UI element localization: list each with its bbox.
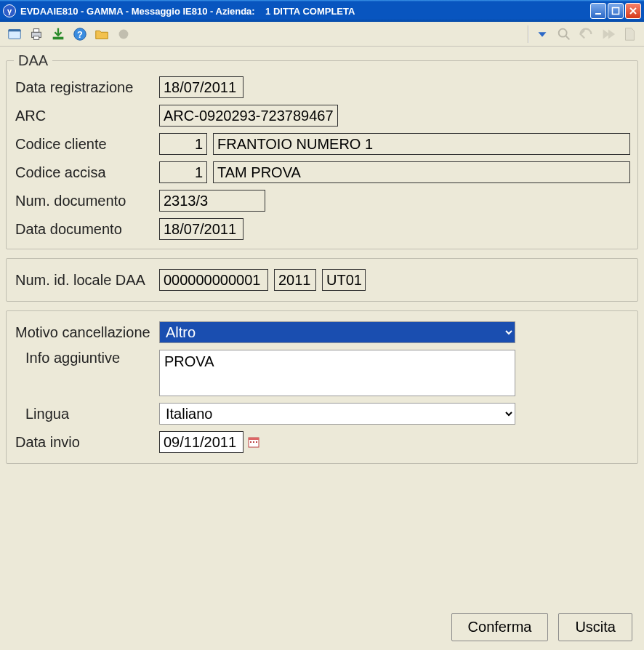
undo-button — [576, 24, 596, 44]
record-button — [113, 24, 134, 44]
uscita-button[interactable]: Uscita — [558, 613, 632, 641]
search-button — [554, 24, 574, 44]
toolbar: ? — [0, 22, 644, 47]
titlebar: γ EVDAAIE810 - GAMMA - Messaggio IE810 -… — [0, 0, 644, 22]
field-codice-accisa-code: 1 — [159, 161, 207, 183]
label-data-documento: Data documento — [14, 221, 159, 238]
daa-group: DAA Data registrazione 18/07/2011 ARC AR… — [6, 52, 638, 249]
maximize-button[interactable] — [608, 3, 624, 19]
label-codice-cliente: Codice cliente — [14, 136, 159, 153]
select-motivo[interactable]: Altro — [159, 321, 515, 343]
label-lingua: Lingua — [14, 406, 159, 422]
locale-daa-group: Num. id. locale DAA 000000000001 2011 UT… — [6, 258, 638, 302]
select-lingua[interactable]: Italiano — [159, 403, 515, 425]
svg-rect-5 — [33, 28, 39, 32]
help-button[interactable]: ? — [70, 24, 90, 44]
field-codice-cliente-code: 1 — [159, 133, 207, 155]
preview-button[interactable] — [4, 24, 25, 44]
svg-rect-6 — [33, 36, 39, 39]
label-data-registrazione: Data registrazione — [14, 79, 159, 96]
svg-rect-3 — [9, 29, 21, 31]
svg-rect-14 — [250, 441, 251, 443]
footer-buttons: Conferma Uscita — [451, 613, 632, 641]
svg-rect-16 — [256, 441, 257, 443]
dropdown-button[interactable] — [532, 24, 552, 44]
document-button — [619, 24, 640, 44]
field-data-documento: 18/07/2011 — [159, 218, 243, 240]
app-icon: γ — [3, 4, 16, 17]
field-codice-accisa-desc: TAM PROVA — [213, 161, 630, 183]
label-motivo: Motivo cancellazione — [14, 324, 159, 341]
conferma-button[interactable]: Conferma — [451, 613, 549, 641]
svg-point-11 — [559, 28, 567, 36]
svg-rect-13 — [249, 438, 259, 440]
label-arc: ARC — [14, 108, 159, 124]
print-button[interactable] — [26, 24, 47, 44]
cancellazione-group: Motivo cancellazione Altro Info aggiunti… — [6, 310, 638, 464]
calendar-icon[interactable] — [248, 436, 259, 448]
field-codice-cliente-desc: FRANTOIO NUMERO 1 — [213, 133, 630, 155]
field-num-documento: 2313/3 — [159, 190, 265, 212]
export-button[interactable] — [48, 24, 68, 44]
label-num-documento: Num. documento — [14, 193, 159, 209]
toolbar-separator — [528, 25, 529, 43]
field-locale-ut: UT01 — [322, 269, 366, 291]
window-title: EVDAAIE810 - GAMMA - Messaggio IE810 - A… — [20, 6, 590, 17]
daa-legend: DAA — [14, 52, 52, 69]
label-num-id-locale: Num. id. locale DAA — [14, 272, 159, 289]
field-locale-id: 000000000001 — [159, 269, 268, 291]
label-data-invio: Data invio — [14, 434, 159, 451]
textarea-info[interactable] — [159, 350, 515, 396]
label-info: Info aggiuntive — [14, 350, 159, 366]
field-locale-year: 2011 — [274, 269, 316, 291]
svg-rect-1 — [613, 8, 619, 15]
forward-button — [597, 24, 618, 44]
field-data-registrazione: 18/07/2011 — [159, 76, 243, 98]
close-button[interactable] — [625, 3, 641, 19]
field-arc: ARC-0920293-723789467 — [159, 105, 338, 127]
label-codice-accisa: Codice accisa — [14, 164, 159, 181]
folder-button[interactable] — [92, 24, 112, 44]
svg-rect-15 — [253, 441, 254, 443]
svg-rect-7 — [53, 36, 64, 39]
field-data-invio[interactable]: 09/11/2011 — [159, 431, 243, 453]
svg-point-10 — [119, 29, 129, 39]
svg-text:?: ? — [77, 28, 83, 39]
minimize-button[interactable] — [590, 3, 606, 19]
svg-rect-0 — [595, 13, 601, 15]
